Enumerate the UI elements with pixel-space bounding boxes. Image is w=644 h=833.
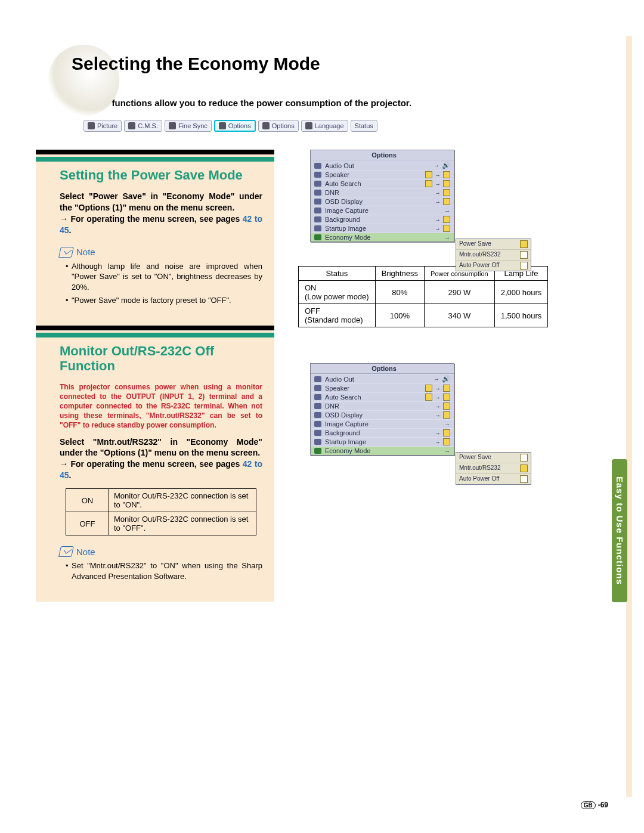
osd-title: Options — [371, 365, 397, 372]
bg-icon — [314, 430, 321, 436]
tab-language[interactable]: Language — [301, 120, 348, 132]
osd-menu-1: Options Audio Out→🔊 Speaker→ Auto Search… — [310, 150, 454, 242]
td-power-off: 340 W — [425, 304, 495, 327]
tab-options-1[interactable]: Options — [214, 120, 256, 132]
td-bright-on: 80% — [375, 281, 424, 304]
startup-icon — [314, 225, 321, 231]
submenu-power-save[interactable]: Power Save — [459, 240, 491, 248]
tab-label: Options — [272, 122, 295, 129]
onoff-on-text: Monitor Out/RS-232C connection is set to… — [109, 489, 256, 512]
note-icon — [58, 546, 74, 557]
td-power-on: 290 W — [425, 281, 495, 304]
onoff-off-text: Monitor Out/RS-232C connection is set to… — [109, 512, 256, 535]
osd-icon — [314, 199, 321, 205]
onoff-table: ON Monitor Out/RS-232C connection is set… — [66, 488, 256, 535]
osd-item-economy[interactable]: Economy Mode — [325, 447, 441, 454]
cms-icon — [128, 122, 135, 129]
capture-icon — [314, 208, 321, 213]
economy-icon — [314, 448, 321, 454]
intro-text: These functions allow you to reduce the … — [83, 98, 608, 108]
checkbox-icon[interactable] — [520, 262, 528, 270]
submenu-mntr[interactable]: Mntr.out/RS232 — [459, 251, 500, 259]
section-bar-green — [36, 157, 274, 162]
txt: → For operating the menu screen, see pag… — [60, 214, 243, 224]
capture-icon — [314, 421, 321, 427]
section1-instr1: Select "Power Save" in "Economy Mode" un… — [60, 191, 262, 213]
osd-item[interactable]: Background — [325, 216, 431, 223]
section1-instr2: → For operating the menu screen, see pag… — [60, 213, 262, 236]
tab-label: Status — [355, 122, 373, 129]
page-title: Selecting the Economy Mode — [72, 54, 608, 74]
td-bright-off: 100% — [375, 304, 424, 327]
tab-status[interactable]: Status — [351, 120, 377, 132]
checkbox-icon[interactable] — [520, 465, 528, 472]
section1-note2: "Power Save" mode is factory preset to "… — [66, 295, 262, 306]
tab-label: Fine Sync — [178, 122, 208, 129]
language-icon — [305, 122, 312, 129]
osd-item[interactable]: Auto Search — [325, 394, 422, 401]
osd-item[interactable]: Image Capture — [325, 420, 441, 428]
td-lamp-off: 1,500 hours — [494, 304, 548, 327]
osd-item[interactable]: Background — [325, 429, 431, 436]
checkbox-icon[interactable] — [520, 251, 528, 259]
section2-instr2: → For operating the menu screen, see pag… — [60, 459, 262, 481]
tab-label: Options — [228, 122, 251, 129]
sync-icon — [169, 122, 176, 129]
search-icon — [314, 394, 321, 400]
td-status-on: ON (Low power mode) — [299, 281, 376, 304]
osd-item[interactable]: Audio Out — [325, 376, 430, 383]
osd-item[interactable]: Image Capture — [325, 207, 441, 214]
osd-item[interactable]: Speaker — [325, 385, 422, 392]
checkbox-icon[interactable] — [520, 475, 528, 483]
tab-label: Picture — [97, 122, 117, 129]
onoff-off-label: OFF — [66, 512, 109, 535]
tab-label: Language — [315, 122, 344, 129]
osd-item[interactable]: OSD Display — [325, 198, 431, 205]
submenu-auto-off[interactable]: Auto Power Off — [459, 262, 500, 270]
section1-note1: Although lamp life and noise are improve… — [66, 261, 262, 293]
tab-options-2[interactable]: Options — [258, 120, 299, 132]
economy-icon — [314, 234, 321, 240]
osd-item[interactable]: Startup Image — [325, 438, 431, 445]
section2-note1: Set "Mntr.out/RS232" to "ON" when using … — [66, 561, 262, 581]
page-number: GB -69 — [581, 801, 608, 809]
osd-item[interactable]: Auto Search — [325, 180, 422, 187]
economy-submenu-2: Power Save Mntr.out/RS232 Auto Power Off — [456, 452, 531, 485]
tab-picture[interactable]: Picture — [83, 120, 122, 132]
side-tab-label: Easy to Use Functions — [615, 476, 625, 585]
td-status-off: OFF (Standard mode) — [299, 304, 376, 327]
osd-item-economy[interactable]: Economy Mode — [325, 234, 441, 241]
menu-tab-row: Picture C.M.S. Fine Sync Options Options… — [83, 120, 608, 132]
osd-icon — [314, 412, 321, 418]
startup-icon — [314, 439, 321, 445]
side-tab-easy-to-use: Easy to Use Functions — [612, 459, 627, 602]
osd-item[interactable]: Audio Out — [325, 162, 430, 169]
tab-fine-sync[interactable]: Fine Sync — [165, 120, 212, 132]
osd-item[interactable]: OSD Display — [325, 411, 431, 419]
submenu-power-save[interactable]: Power Save — [459, 454, 491, 462]
note-text: Note — [76, 247, 95, 257]
dnr-icon — [314, 190, 321, 196]
th-brightness: Brightness — [375, 267, 424, 281]
osd-item[interactable]: Startup Image — [325, 225, 431, 232]
osd-menu-2: Options Audio Out→🔊 Speaker→ Auto Search… — [310, 363, 454, 456]
checkbox-icon[interactable] — [520, 454, 528, 462]
submenu-auto-off[interactable]: Auto Power Off — [459, 475, 500, 483]
speaker-icon — [314, 172, 321, 178]
options-icon — [219, 122, 226, 129]
tab-label: C.M.S. — [138, 122, 158, 129]
economy-submenu-1: Power Save Mntr.out/RS232 Auto Power Off — [456, 239, 531, 271]
tab-cms[interactable]: C.M.S. — [124, 120, 162, 132]
power-save-table: Status Brightness Power consumption Lamp… — [298, 266, 548, 327]
th-status: Status — [299, 267, 376, 281]
osd-item[interactable]: DNR — [325, 402, 431, 410]
picture-icon — [88, 122, 95, 129]
osd-item[interactable]: DNR — [325, 189, 431, 196]
page-number-num: -69 — [598, 801, 608, 809]
dnr-icon — [314, 403, 321, 409]
checkbox-icon[interactable] — [520, 240, 528, 248]
section-bar-black — [36, 326, 274, 330]
audio-icon — [314, 163, 321, 169]
osd-item[interactable]: Speaker — [325, 171, 422, 178]
submenu-mntr[interactable]: Mntr.out/RS232 — [459, 465, 500, 472]
